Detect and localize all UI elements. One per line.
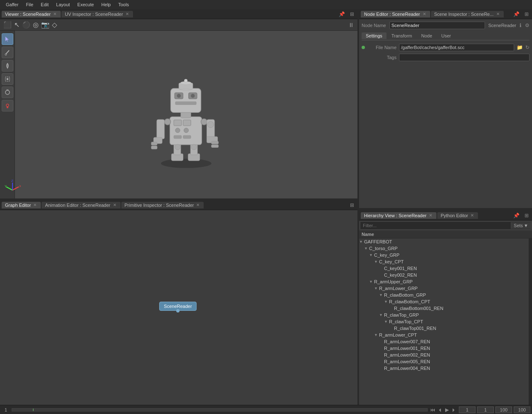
info-icon[interactable]: ℹ xyxy=(520,22,522,28)
tab-graph-editor[interactable]: Graph Editor ✕ xyxy=(2,202,41,208)
tab-scene-inspector[interactable]: Scene Inspector : SceneRe... ✕ xyxy=(431,11,504,17)
tree-item[interactable]: R_armLower005_REN xyxy=(359,358,529,365)
tree-item[interactable]: ▼R_clawBottom_GRP xyxy=(359,292,529,298)
timeline-prev-btn[interactable]: ⏴ xyxy=(437,407,443,413)
tab-primitive-inspector[interactable]: Primitive Inspector : SceneReader ✕ xyxy=(121,202,204,208)
tree-item[interactable]: ▼C_key_GRP xyxy=(359,252,529,258)
tab-viewer-scenereader[interactable]: Viewer : SceneReader ✕ xyxy=(2,11,61,17)
tree-item[interactable]: C_key002_REN xyxy=(359,272,529,278)
menu-edit[interactable]: Edit xyxy=(37,1,52,8)
tree-item[interactable]: R_armLower001_REN xyxy=(359,345,529,352)
viewer-section: Viewer : SceneReader ✕ UV Inspector : Sc… xyxy=(0,9,357,198)
tree-item[interactable]: ▼R_armLower_CPT xyxy=(359,332,529,338)
sets-button[interactable]: Sets ▼ xyxy=(511,222,531,229)
tree-item[interactable]: ▼R_clawTop_GRP xyxy=(359,312,529,318)
tab-uv-close[interactable]: ✕ xyxy=(125,12,130,16)
timeline-track[interactable] xyxy=(12,408,428,412)
sub-tab-node[interactable]: Node xyxy=(417,32,436,39)
tab-python-editor[interactable]: Python Editor ✕ xyxy=(437,212,478,219)
file-name-input[interactable] xyxy=(399,44,514,51)
sub-tab-settings[interactable]: Settings xyxy=(362,32,387,39)
transform-tool-btn[interactable] xyxy=(2,73,13,85)
file-name-row: File Name 📁 ↻ xyxy=(362,44,530,51)
paint-tool-btn[interactable] xyxy=(2,47,13,58)
tab-viewer-close[interactable]: ✕ xyxy=(52,12,57,16)
node-name-input[interactable] xyxy=(389,22,485,29)
sub-tab-transform[interactable]: Transform xyxy=(387,32,416,39)
hierarchy-close[interactable]: ✕ xyxy=(428,213,433,218)
tab-uv-inspector[interactable]: UV Inspector : SceneReader ✕ xyxy=(62,11,133,17)
node-editor-close[interactable]: ✕ xyxy=(422,12,427,16)
timeline-next-btn[interactable]: ⏵ xyxy=(451,407,457,413)
scene-inspector-close[interactable]: ✕ xyxy=(495,12,500,16)
timeline-play-btn[interactable]: ▶ xyxy=(444,407,450,413)
tree-item[interactable]: R_armLower007_REN xyxy=(359,338,529,345)
timeline-controls: ⏮ ⏴ ▶ ⏵ xyxy=(429,407,457,413)
cursor-icon xyxy=(4,36,11,42)
tree-item[interactable]: R_clawBottom001_REN xyxy=(359,305,529,312)
timeline-end-field2[interactable] xyxy=(514,407,530,413)
camera-icon[interactable]: 📷 xyxy=(41,21,49,29)
tree-item[interactable]: ▼R_clawTop_CPT xyxy=(359,318,529,325)
menu-help[interactable]: Help xyxy=(98,1,114,8)
hierarchy-maximize-btn[interactable]: ⊞ xyxy=(523,212,530,219)
node-settings-icon[interactable]: ⚙ xyxy=(525,22,530,28)
viewer-pause-btn[interactable]: ⏸ xyxy=(348,22,354,28)
select-tool-btn[interactable] xyxy=(2,33,13,45)
tree-item[interactable]: ▼C_torso_GRP xyxy=(359,245,529,252)
tree-arrow: ▼ xyxy=(379,313,384,317)
tree-item[interactable]: R_armLower002_REN xyxy=(359,352,529,358)
viewer-pin-btn[interactable]: 📌 xyxy=(337,10,347,18)
tab-hierarchy-view[interactable]: Hierarchy View : SceneReader ✕ xyxy=(361,212,436,219)
diamond-icon[interactable]: ◇ xyxy=(52,21,57,29)
rotate-tool-btn[interactable] xyxy=(2,87,13,98)
light-tool-btn[interactable] xyxy=(2,100,13,112)
scene-reader-node[interactable]: SceneReader xyxy=(159,302,197,311)
menu-tools[interactable]: Tools xyxy=(115,1,132,8)
tree-item[interactable]: ▼R_armLower_GRP xyxy=(359,285,529,292)
tab-animation-editor[interactable]: Animation Editor : SceneReader ✕ xyxy=(42,202,120,208)
node-editor-pin-btn[interactable]: 📌 xyxy=(512,10,521,18)
animation-editor-close[interactable]: ✕ xyxy=(112,203,117,207)
node-name-label: Node Name xyxy=(362,23,386,28)
timeline-skip-start-btn[interactable]: ⏮ xyxy=(429,407,436,413)
tree-item[interactable]: R_armLower004_REN xyxy=(359,365,529,372)
menu-layout[interactable]: Layout xyxy=(53,1,73,8)
graph-editor-close[interactable]: ✕ xyxy=(32,203,37,207)
tree-item[interactable]: ▼R_clawBottom_CPT xyxy=(359,298,529,305)
node-editor-maximize-btn[interactable]: ⊞ xyxy=(523,10,530,18)
circle-icon[interactable]: ◎ xyxy=(33,21,39,29)
gradient-tool-btn[interactable] xyxy=(2,60,13,72)
viewer-maximize-btn[interactable]: ⊞ xyxy=(348,10,356,18)
hierarchy-tab-label: Hierarchy View : SceneReader xyxy=(364,213,426,218)
tree-item[interactable]: ▼C_key_CPT xyxy=(359,258,529,265)
scene-reader-output-port[interactable] xyxy=(176,309,180,312)
tags-input[interactable] xyxy=(399,54,530,61)
primitive-inspector-close[interactable]: ✕ xyxy=(195,203,200,207)
sub-tab-user[interactable]: User xyxy=(437,32,455,39)
tree-item[interactable]: ▼GAFFERBOT xyxy=(359,238,529,245)
timeline-end-field1[interactable] xyxy=(495,407,512,413)
menu-gaffer[interactable]: Gaffer xyxy=(2,1,22,8)
filter-input[interactable] xyxy=(360,222,511,229)
menu-execute[interactable]: Execute xyxy=(74,1,97,8)
tab-node-editor[interactable]: Node Editor : SceneReader ✕ xyxy=(361,11,430,17)
hierarchy-scrollbar[interactable] xyxy=(529,238,532,405)
arrow-tool-icon[interactable]: ↖ xyxy=(14,21,20,29)
graph-content[interactable]: SceneReader xyxy=(0,210,357,405)
python-editor-close[interactable]: ✕ xyxy=(470,213,475,218)
file-browse-btn[interactable]: 📁 xyxy=(517,45,523,50)
menu-file[interactable]: File xyxy=(22,1,37,8)
timeline-current-frame[interactable] xyxy=(459,407,475,413)
tree-item-text: R_clawBottom_CPT xyxy=(389,299,529,304)
sphere-icon[interactable]: ⚫ xyxy=(22,21,30,29)
hierarchy-pin-btn[interactable]: 📌 xyxy=(512,212,521,219)
tree-item[interactable]: ▼R_armUpper_GRP xyxy=(359,278,529,285)
cube-icon[interactable]: ⬛ xyxy=(3,21,12,29)
tree-item[interactable]: R_clawTop001_REN xyxy=(359,325,529,332)
tree-item[interactable]: C_key001_REN xyxy=(359,265,529,272)
hierarchy-content[interactable]: ▼GAFFERBOT▼C_torso_GRP▼C_key_GRP▼C_key_C… xyxy=(359,238,529,405)
file-refresh-btn[interactable]: ↻ xyxy=(525,45,530,50)
graph-maximize-btn[interactable]: ⊞ xyxy=(348,201,356,209)
timeline-end-start[interactable] xyxy=(477,407,494,413)
